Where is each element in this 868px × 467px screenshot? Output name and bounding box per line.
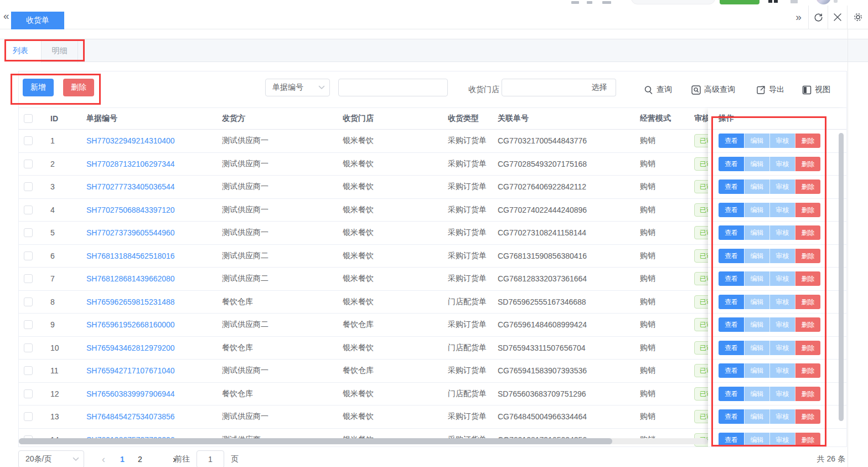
row-audit-button[interactable]: 审核 (769, 134, 795, 148)
prev-page-button[interactable]: ‹ (96, 450, 111, 467)
doc-no-link[interactable]: SH765603839997906944 (86, 389, 175, 398)
header-search-pill[interactable] (631, 0, 715, 4)
row-checkbox[interactable] (24, 160, 33, 168)
select-all-checkbox[interactable] (24, 114, 33, 123)
row-audit-button[interactable]: 审核 (769, 203, 795, 217)
tab-detail[interactable]: 明细 (42, 39, 78, 63)
row-view-button[interactable]: 查看 (719, 341, 744, 355)
row-view-button[interactable]: 查看 (719, 134, 744, 148)
collapse-tabs-icon[interactable]: « (3, 10, 9, 22)
row-audit-button[interactable]: 审核 (769, 433, 795, 447)
row-checkbox[interactable] (24, 228, 33, 237)
row-audit-button[interactable]: 审核 (769, 409, 795, 424)
row-audit-button[interactable]: 审核 (769, 317, 795, 332)
doc-no-link[interactable]: SH770277733405036544 (86, 182, 175, 191)
row-delete-row-button[interactable]: 删除 (795, 433, 820, 447)
row-delete-row-button[interactable]: 删除 (795, 271, 820, 286)
row-view-button[interactable]: 查看 (719, 157, 744, 171)
doc-no-link[interactable]: SH770273739605544960 (86, 228, 175, 237)
row-delete-row-button[interactable]: 删除 (795, 341, 820, 355)
doc-no-link[interactable]: SH765943462812979200 (86, 343, 175, 352)
choose-store-button[interactable]: 选择 (583, 79, 616, 96)
row-delete-row-button[interactable]: 删除 (795, 225, 820, 240)
row-view-button[interactable]: 查看 (719, 317, 744, 332)
apps-grid-icon[interactable] (768, 0, 778, 4)
vertical-scrollbar[interactable] (839, 133, 844, 421)
row-audit-button[interactable]: 审核 (769, 225, 795, 240)
row-view-button[interactable]: 查看 (719, 249, 744, 263)
row-audit-button[interactable]: 审核 (769, 341, 795, 355)
row-checkbox[interactable] (24, 274, 33, 283)
row-view-button[interactable]: 查看 (719, 271, 744, 286)
row-edit-button[interactable]: 编辑 (744, 363, 769, 378)
row-edit-button[interactable]: 编辑 (744, 225, 769, 240)
close-tab-button[interactable] (828, 6, 847, 29)
header-green-button[interactable] (720, 0, 760, 4)
row-delete-row-button[interactable]: 删除 (795, 363, 820, 378)
doc-no-link[interactable]: SH765962659815231488 (86, 297, 175, 306)
row-checkbox[interactable] (24, 320, 33, 329)
doc-no-link[interactable]: SH768128681439662080 (86, 274, 175, 283)
row-delete-row-button[interactable]: 删除 (795, 157, 820, 171)
advanced-query-button[interactable]: 高级查询 (691, 71, 735, 108)
delete-button[interactable]: 删除 (63, 79, 94, 96)
goto-page-input[interactable] (197, 450, 224, 467)
row-audit-button[interactable]: 审核 (769, 387, 795, 401)
row-edit-button[interactable]: 编辑 (744, 134, 769, 148)
doc-no-link[interactable]: SH764845427534073856 (86, 412, 175, 421)
row-edit-button[interactable]: 编辑 (744, 341, 769, 355)
row-edit-button[interactable]: 编辑 (744, 295, 769, 309)
row-edit-button[interactable]: 编辑 (744, 179, 769, 194)
export-button[interactable]: 导出 (756, 71, 784, 108)
row-edit-button[interactable]: 编辑 (744, 271, 769, 286)
refresh-button[interactable] (808, 6, 828, 29)
doc-no-link[interactable]: SH765961952668160000 (86, 320, 175, 329)
row-view-button[interactable]: 查看 (719, 433, 744, 447)
row-edit-button[interactable]: 编辑 (744, 249, 769, 263)
row-view-button[interactable]: 查看 (719, 363, 744, 378)
row-audit-button[interactable]: 审核 (769, 179, 795, 194)
row-delete-row-button[interactable]: 删除 (795, 387, 820, 401)
row-view-button[interactable]: 查看 (719, 409, 744, 424)
page-size-select[interactable]: 20条/页 (18, 450, 84, 467)
row-delete-row-button[interactable]: 删除 (795, 203, 820, 217)
page-tab-receiving[interactable]: 收货单 (11, 12, 64, 29)
row-delete-row-button[interactable]: 删除 (795, 249, 820, 263)
row-delete-row-button[interactable]: 删除 (795, 179, 820, 194)
row-audit-button[interactable]: 审核 (769, 295, 795, 309)
expand-tabs-button[interactable]: » (789, 6, 808, 29)
row-view-button[interactable]: 查看 (719, 179, 744, 194)
settings-button[interactable] (847, 6, 868, 29)
view-button[interactable]: 视图 (802, 71, 830, 108)
row-edit-button[interactable]: 编辑 (744, 317, 769, 332)
search-input[interactable] (338, 79, 448, 96)
row-delete-row-button[interactable]: 删除 (795, 317, 820, 332)
doc-no-link[interactable]: SH770275068843397120 (86, 206, 175, 214)
doc-no-link[interactable]: SH770322949214310400 (86, 136, 175, 145)
store-input[interactable] (502, 79, 583, 96)
row-checkbox[interactable] (24, 389, 33, 398)
avatar[interactable] (816, 0, 831, 4)
row-view-button[interactable]: 查看 (719, 387, 744, 401)
row-audit-button[interactable]: 审核 (769, 271, 795, 286)
row-delete-row-button[interactable]: 删除 (795, 134, 820, 148)
search-field-select[interactable]: 单据编号 (265, 79, 330, 96)
row-checkbox[interactable] (24, 343, 33, 352)
row-audit-button[interactable]: 审核 (769, 249, 795, 263)
doc-no-link[interactable]: SH765942717107671040 (86, 366, 175, 375)
doc-no-link[interactable]: SH770287132106297344 (86, 160, 175, 168)
tab-list[interactable]: 列表 (0, 39, 42, 63)
row-checkbox[interactable] (24, 182, 33, 191)
row-checkbox[interactable] (24, 206, 33, 214)
row-audit-button[interactable]: 审核 (769, 157, 795, 171)
row-edit-button[interactable]: 编辑 (744, 387, 769, 401)
row-view-button[interactable]: 查看 (719, 203, 744, 217)
row-edit-button[interactable]: 编辑 (744, 409, 769, 424)
row-checkbox[interactable] (24, 136, 33, 145)
doc-no-link[interactable]: SH768131884562518016 (86, 252, 175, 260)
row-checkbox[interactable] (24, 412, 33, 421)
row-checkbox[interactable] (24, 252, 33, 260)
page-number-1[interactable]: 1 (113, 450, 131, 467)
row-edit-button[interactable]: 编辑 (744, 433, 769, 447)
row-checkbox[interactable] (24, 297, 33, 306)
